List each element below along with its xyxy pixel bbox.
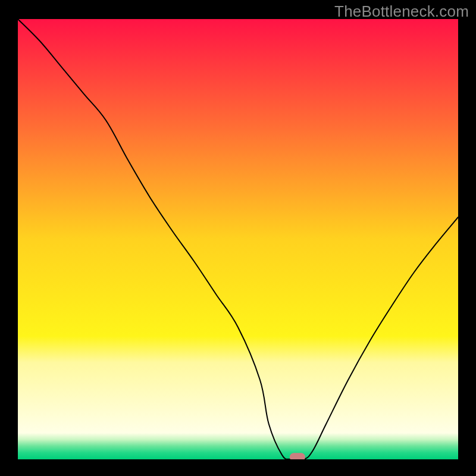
watermark-text: TheBottleneck.com xyxy=(334,2,469,21)
bottleneck-chart xyxy=(0,0,476,476)
svg-rect-2 xyxy=(18,19,458,459)
